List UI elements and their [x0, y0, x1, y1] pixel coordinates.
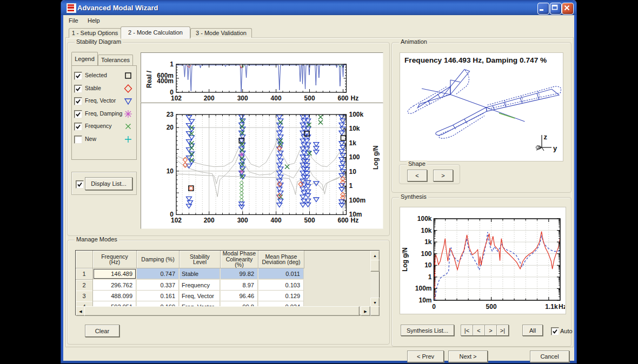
svg-text:100k: 100k: [349, 111, 364, 118]
svg-text:100: 100: [421, 250, 431, 258]
svg-text:Log g/N: Log g/N: [401, 247, 409, 272]
svg-text:20: 20: [167, 124, 174, 131]
svg-text:100m: 100m: [415, 285, 432, 292]
svg-text:400: 400: [271, 95, 282, 102]
svg-text:10: 10: [349, 168, 357, 176]
svg-text:1: 1: [349, 182, 353, 190]
svg-text:100k: 100k: [417, 215, 432, 223]
svg-text:600: 600: [337, 95, 348, 102]
svg-text:500: 500: [304, 95, 315, 102]
svg-text:10k: 10k: [421, 227, 431, 234]
svg-text:1k: 1k: [349, 139, 357, 147]
svg-text:10k: 10k: [349, 125, 360, 132]
svg-text:300: 300: [237, 217, 248, 224]
svg-text:10m: 10m: [349, 211, 362, 218]
svg-text:500: 500: [304, 217, 315, 224]
svg-text:Hz: Hz: [350, 95, 358, 102]
svg-text:1.1k: 1.1k: [545, 303, 558, 311]
svg-text:z: z: [544, 133, 548, 141]
svg-text:0: 0: [432, 303, 436, 311]
svg-text:10: 10: [167, 167, 174, 175]
svg-text:10: 10: [424, 261, 432, 269]
svg-text:400m: 400m: [157, 77, 174, 85]
svg-text:Real /: Real /: [145, 70, 153, 88]
svg-text:200: 200: [204, 217, 215, 224]
svg-text:y: y: [553, 144, 557, 152]
svg-text:200: 200: [204, 95, 215, 102]
svg-text:300: 300: [237, 95, 248, 102]
svg-text:1k: 1k: [424, 238, 432, 246]
svg-text:102: 102: [171, 217, 182, 224]
svg-text:400: 400: [271, 217, 282, 224]
svg-text:100m: 100m: [349, 197, 366, 204]
svg-text:1: 1: [428, 273, 432, 281]
svg-text:500: 500: [486, 303, 497, 311]
svg-text:102: 102: [171, 95, 182, 102]
svg-text:10m: 10m: [418, 296, 431, 304]
svg-text:Hz: Hz: [559, 303, 565, 311]
svg-text:23: 23: [167, 111, 174, 118]
svg-text:1: 1: [170, 60, 174, 68]
svg-text:100: 100: [349, 153, 360, 161]
svg-text:600: 600: [337, 217, 348, 224]
